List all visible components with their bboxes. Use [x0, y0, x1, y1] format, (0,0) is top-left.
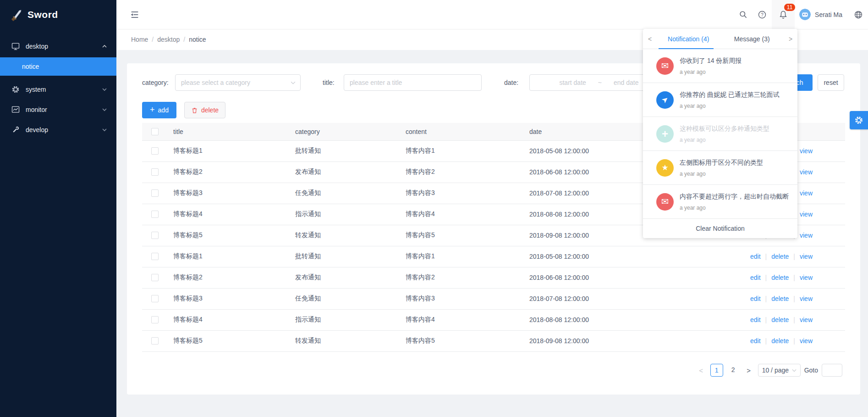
edit-link[interactable]: edit: [750, 274, 761, 281]
sidebar-item-desktop[interactable]: desktop: [0, 35, 116, 57]
notification-list: ✉ 你收到了 14 份新周报 a year ago ➤ 你推荐的 曲妮妮 已通过…: [643, 49, 797, 219]
settings-drawer-button[interactable]: [850, 111, 868, 129]
table-row: 博客标题5 转发通知 博客内容5 2018-09-08 12:00:00 edi…: [142, 330, 845, 351]
goto-page-input[interactable]: [822, 364, 842, 377]
language-button[interactable]: [849, 0, 868, 29]
edit-link[interactable]: edit: [750, 316, 761, 323]
menu-fold-icon: [130, 10, 140, 20]
notification-item[interactable]: ✉ 你收到了 14 份新周报 a year ago: [643, 49, 797, 83]
cell-title: 博客标题5: [173, 330, 295, 351]
row-checkbox[interactable]: [151, 168, 159, 176]
search-button[interactable]: [733, 0, 753, 29]
view-link[interactable]: view: [800, 189, 813, 197]
chevron-down-icon: [102, 108, 107, 111]
edit-link[interactable]: edit: [750, 253, 761, 260]
top-header: ? 11 Serati Ma: [116, 0, 868, 29]
row-checkbox[interactable]: [151, 253, 159, 260]
gear-icon: [854, 115, 864, 125]
sidebar: Sword desktop notice system: [0, 0, 116, 417]
goto-label: Goto: [804, 367, 818, 374]
row-checkbox[interactable]: [151, 232, 159, 239]
pagination-prev-button[interactable]: <: [696, 367, 707, 374]
app-logo[interactable]: Sword: [0, 0, 116, 29]
sidebar-item-notice[interactable]: notice: [0, 57, 116, 76]
delete-link[interactable]: delete: [771, 337, 789, 345]
sidebar-item-label: desktop: [26, 43, 102, 50]
user-menu[interactable]: Serati Ma: [795, 0, 849, 29]
row-checkbox[interactable]: [151, 211, 159, 218]
cell-category: 任免通知: [295, 288, 406, 309]
svg-text:?: ?: [761, 12, 764, 17]
sidebar-item-system[interactable]: system: [0, 79, 116, 100]
delete-button[interactable]: delete: [184, 102, 225, 118]
pagination-page-2[interactable]: 2: [727, 364, 740, 377]
tab-message[interactable]: Message (3): [720, 35, 784, 43]
view-link[interactable]: view: [800, 168, 813, 176]
tab-notification[interactable]: Notification (4): [657, 35, 720, 43]
view-link[interactable]: view: [800, 253, 813, 260]
page-size-select[interactable]: 10 / page: [758, 364, 801, 377]
cell-category: 转发通知: [295, 330, 406, 351]
select-all-checkbox[interactable]: [151, 128, 159, 135]
sidebar-collapse-button[interactable]: [127, 7, 142, 22]
view-link[interactable]: view: [800, 274, 813, 281]
view-link[interactable]: view: [800, 295, 813, 302]
view-link[interactable]: view: [800, 316, 813, 323]
notification-item[interactable]: ★ 左侧图标用于区分不同的类型 a year ago: [643, 151, 797, 185]
delete-link[interactable]: delete: [771, 295, 789, 302]
row-checkbox[interactable]: [151, 189, 159, 197]
view-link[interactable]: view: [800, 232, 813, 239]
reset-button[interactable]: reset: [818, 74, 844, 91]
notification-item[interactable]: ✉ 内容不要超过两行字，超出时自动截断 a year ago: [643, 185, 797, 219]
cell-content: 博客内容3: [406, 183, 529, 204]
delete-link[interactable]: delete: [771, 316, 789, 323]
notification-time: a year ago: [680, 137, 769, 143]
action-separator: |: [765, 253, 767, 260]
column-header-category: category: [295, 123, 406, 140]
view-link[interactable]: view: [800, 211, 813, 218]
edit-link[interactable]: edit: [750, 295, 761, 302]
pagination-next-button[interactable]: >: [743, 367, 754, 374]
row-checkbox[interactable]: [151, 337, 159, 345]
action-separator: |: [765, 295, 767, 302]
breadcrumb-home[interactable]: Home: [131, 36, 148, 43]
tabs-scroll-right-icon[interactable]: >: [784, 35, 797, 43]
notification-item[interactable]: + 这种模板可以区分多种通知类型 a year ago: [643, 117, 797, 151]
trash-icon: [191, 107, 198, 114]
row-checkbox[interactable]: [151, 147, 159, 155]
category-select[interactable]: please select a category: [175, 74, 301, 91]
title-input[interactable]: [344, 74, 482, 91]
clear-notification-button[interactable]: Clear Notification: [643, 219, 797, 238]
notification-bell-button[interactable]: 11: [772, 0, 795, 29]
action-separator: |: [765, 337, 767, 345]
delete-link[interactable]: delete: [771, 274, 789, 281]
sidebar-item-label: develop: [26, 126, 102, 133]
add-button[interactable]: + add: [142, 102, 176, 118]
row-checkbox[interactable]: [151, 274, 159, 281]
pagination-page-1[interactable]: 1: [710, 364, 723, 377]
delete-link[interactable]: delete: [771, 253, 789, 260]
cell-title: 博客标题4: [173, 309, 295, 330]
cell-content: 博客内容5: [406, 225, 529, 246]
breadcrumb-current: notice: [189, 36, 206, 43]
tabs-scroll-left-icon[interactable]: <: [643, 35, 657, 43]
cell-title: 博客标题1: [173, 140, 295, 161]
row-checkbox[interactable]: [151, 295, 159, 302]
notification-item[interactable]: ➤ 你推荐的 曲妮妮 已通过第三轮面试 a year ago: [643, 83, 797, 117]
sidebar-item-develop[interactable]: develop: [0, 120, 116, 140]
breadcrumb-desktop[interactable]: desktop: [157, 36, 180, 43]
row-checkbox[interactable]: [151, 316, 159, 323]
table-row: 博客标题2 发布通知 博客内容2 2018-06-08 12:00:00 edi…: [142, 267, 845, 288]
cell-content: 博客内容1: [406, 246, 529, 267]
sidebar-item-monitor[interactable]: monitor: [0, 100, 116, 120]
view-link[interactable]: view: [800, 147, 813, 155]
cell-date: 2018-05-08 12:00:00: [529, 246, 729, 267]
question-circle-icon: ?: [758, 10, 767, 19]
help-button[interactable]: ?: [753, 0, 772, 29]
start-date-placeholder: start date: [559, 79, 586, 86]
user-name: Serati Ma: [815, 11, 842, 18]
action-separator: |: [793, 253, 795, 260]
globe-icon: [854, 10, 863, 19]
view-link[interactable]: view: [800, 337, 813, 345]
edit-link[interactable]: edit: [750, 337, 761, 345]
